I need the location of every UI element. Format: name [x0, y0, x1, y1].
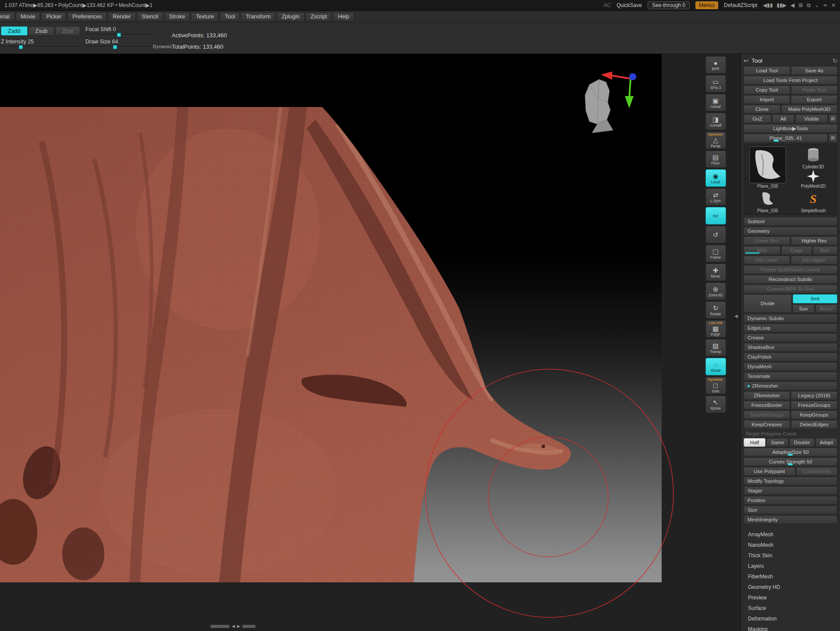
- divide-button[interactable]: Divide: [744, 294, 792, 313]
- shelf-button[interactable]: Dynamic ◻ Solo: [705, 377, 726, 394]
- draw-size-track[interactable]: [85, 46, 151, 48]
- smt-toggle[interactable]: Smt: [793, 294, 837, 303]
- shelf-button[interactable]: ↖ Xpose: [705, 396, 726, 413]
- curves-strength-knob[interactable]: [788, 463, 793, 465]
- detectedges-button[interactable]: DetectEdges: [791, 420, 837, 429]
- same-toggle[interactable]: Same: [766, 438, 788, 447]
- shelf-button[interactable]: Line Fill ▦ PolyF: [705, 320, 726, 338]
- titlebar-icon[interactable]: ⊞: [798, 1, 803, 10]
- load-tools-from-project-button[interactable]: Load Tools From Project: [744, 76, 837, 85]
- zsub-button[interactable]: Zsub: [28, 26, 55, 36]
- colordensity-button[interactable]: ColorDensity: [796, 467, 837, 476]
- default-zscript-button[interactable]: DefaultZScript: [724, 2, 757, 8]
- adaptive-size-knob[interactable]: [788, 454, 793, 456]
- legacy-2018-button[interactable]: Legacy (2018): [791, 391, 837, 400]
- geometry-subsection[interactable]: ShadowBox: [744, 343, 837, 352]
- sdiv-slider[interactable]: SDiv: [744, 246, 780, 255]
- palette-section[interactable]: ArrayMesh: [744, 530, 837, 539]
- smoothgroups-button[interactable]: SmoothGroups: [744, 410, 790, 419]
- tool-index-slider[interactable]: Plane_035. 41: [744, 134, 828, 143]
- see-through-slider[interactable]: See-through 0: [648, 1, 690, 9]
- freezegroups-button[interactable]: FreezeGroups: [791, 401, 837, 410]
- higher-res-button[interactable]: Higher Res: [791, 236, 837, 245]
- palette-section[interactable]: Surface: [744, 604, 837, 613]
- titlebar-icon[interactable]: ▮▮▶: [777, 1, 787, 10]
- copy-tool-button[interactable]: Copy Tool: [744, 86, 790, 94]
- titlebar-icon[interactable]: ⌄: [815, 1, 819, 10]
- palette-section[interactable]: NanoMesh: [744, 541, 837, 549]
- del-higher-button[interactable]: Del Higher: [791, 256, 837, 264]
- menu-item[interactable]: Tool: [220, 12, 240, 21]
- zadd-button[interactable]: Zadd: [1, 26, 28, 36]
- goz-r-button[interactable]: R: [829, 114, 837, 123]
- shelf-button[interactable]: ↺: [705, 226, 726, 243]
- double-toggle[interactable]: Double: [789, 438, 814, 447]
- focal-shift-knob[interactable]: [117, 33, 121, 37]
- titlebar-icon[interactable]: ◀: [790, 1, 794, 10]
- menu-item[interactable]: Stencil: [137, 12, 163, 21]
- gizmo-z-axis[interactable]: [629, 73, 636, 80]
- z-intensity-track[interactable]: [1, 46, 80, 48]
- palette-section[interactable]: Masking: [744, 625, 837, 631]
- keepcreases-button[interactable]: KeepCreases: [744, 420, 790, 429]
- dynamic-mode-label[interactable]: Dynamic: [153, 44, 172, 49]
- cage-button[interactable]: Cage: [781, 246, 812, 255]
- zremesher-button[interactable]: ZRemesher: [744, 391, 790, 400]
- menu-item[interactable]: Zscript: [306, 12, 332, 21]
- lower-res-button[interactable]: Lower Res: [744, 236, 790, 245]
- panel-refresh-icon[interactable]: ↻: [833, 57, 837, 64]
- hscroll-thumb-left[interactable]: [210, 625, 230, 628]
- panel-back-icon[interactable]: ↩: [744, 57, 748, 64]
- active-tool-thumb[interactable]: Plane_035: [746, 146, 790, 189]
- freezeborder-button[interactable]: FreezeBorder: [744, 401, 790, 410]
- palette-section[interactable]: Preview: [744, 593, 837, 602]
- draw-size-knob[interactable]: [113, 45, 117, 49]
- simplebrush-thumb[interactable]: S SimpleBrush: [791, 190, 835, 213]
- curves-strength-slider[interactable]: Curves Strength 50: [744, 457, 837, 466]
- focal-shift-slider[interactable]: Focal Shift 0: [85, 26, 151, 36]
- palette-section[interactable]: Thick Skin: [744, 551, 837, 560]
- shelf-button[interactable]: ▨ Transp: [705, 339, 726, 356]
- convert-bpr-button[interactable]: Convert BPR To Geo: [744, 285, 837, 293]
- zcut-button[interactable]: Zcut: [55, 26, 80, 36]
- menu-item[interactable]: Transform: [241, 12, 276, 21]
- tool-index-knob[interactable]: [774, 140, 779, 142]
- z-intensity-knob[interactable]: [19, 45, 23, 49]
- panel-collapse-handle[interactable]: ◀: [734, 314, 738, 318]
- reconstruct-subdiv-button[interactable]: Reconstruct Subdiv: [744, 275, 837, 284]
- del-lower-button[interactable]: Del Lower: [744, 256, 790, 264]
- cylinder3d-thumb[interactable]: Cylinder3D: [802, 146, 824, 169]
- menu-item[interactable]: Render: [108, 12, 136, 21]
- geometry-subsection[interactable]: Modify Topology: [744, 477, 837, 485]
- shelf-button[interactable]: ◨ AAHalf: [705, 113, 726, 130]
- menus-toggle[interactable]: Menus: [695, 1, 718, 9]
- rstr-button[interactable]: Rstr: [813, 246, 837, 255]
- clone-button[interactable]: Clone: [744, 105, 780, 114]
- focal-shift-track[interactable]: [85, 34, 151, 36]
- shelf-button[interactable]: ⊕ Zoom3D: [705, 282, 726, 300]
- hscroll-arrow-right[interactable]: ▶: [237, 624, 240, 628]
- goz-button[interactable]: GoZ: [744, 114, 771, 123]
- document-canvas[interactable]: [0, 54, 662, 582]
- load-tool-button[interactable]: Load Tool: [744, 66, 790, 75]
- menu-item[interactable]: Stroke: [164, 12, 190, 21]
- canvas-hscrollbar[interactable]: ◀ ▶: [210, 624, 255, 628]
- geometry-subsection[interactable]: EdgeLoop: [744, 324, 837, 332]
- tool-r-button[interactable]: R: [829, 134, 837, 143]
- shelf-button[interactable]: ✚ Move: [705, 264, 726, 281]
- adapt-toggle[interactable]: Adapt: [815, 438, 837, 447]
- z-intensity-slider[interactable]: Z Intensity 25: [1, 39, 80, 48]
- palette-section[interactable]: Layers: [744, 562, 837, 570]
- gizmo-y-axis[interactable]: [629, 79, 631, 98]
- quicksave-button[interactable]: QuickSave: [617, 2, 642, 8]
- shelf-button[interactable]: ◉ Local: [705, 169, 726, 187]
- reuv-button[interactable]: ReUV: [815, 304, 837, 313]
- shelf-button[interactable]: ▢ Frame: [705, 245, 726, 262]
- hscroll-arrow-left[interactable]: ◀: [232, 624, 235, 628]
- half-toggle[interactable]: Half: [744, 438, 766, 447]
- shelf-button[interactable]: xyz: [705, 207, 726, 225]
- shelf-button[interactable]: Dynamic △ Persp: [705, 132, 726, 149]
- goz-all-button[interactable]: All: [772, 114, 795, 123]
- keepgroups-button[interactable]: KeepGroups: [791, 410, 837, 419]
- nav-gizmo[interactable]: [576, 68, 651, 138]
